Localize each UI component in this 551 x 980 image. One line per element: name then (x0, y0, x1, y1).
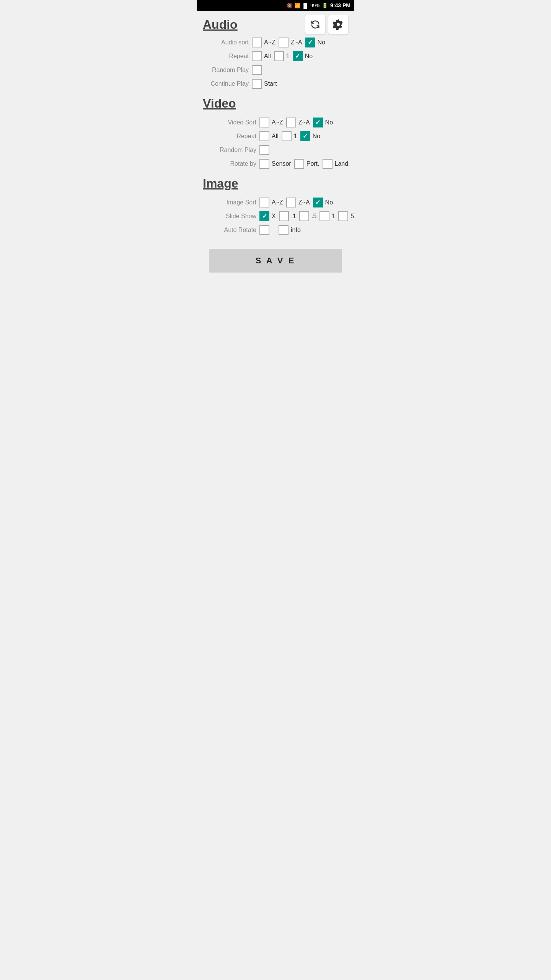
image-slideshow-x-checkbox[interactable] (259, 211, 269, 221)
video-repeat-no-label: No (313, 133, 320, 140)
image-sort-az-checkbox[interactable] (259, 198, 269, 207)
image-sort-label: Image Sort (203, 199, 256, 206)
video-sort-options: A~Z Z~A No (259, 118, 334, 127)
video-rotate-row: Rotate by Sensor Port. Land. (203, 159, 348, 169)
image-slideshow-1-checkbox[interactable] (320, 211, 329, 221)
audio-random-label: Random Play (203, 67, 249, 74)
audio-random-checkbox[interactable] (252, 65, 262, 75)
wifi-icon: 📶 (294, 3, 300, 8)
audio-continue-row: Continue Play Start (203, 79, 348, 89)
audio-repeat-no-checkbox[interactable] (293, 51, 303, 61)
video-sort-az-label: A~Z (272, 119, 283, 126)
image-slideshow-1-label: 1 (332, 213, 335, 220)
video-sort-no-checkbox[interactable] (313, 118, 323, 127)
settings-button[interactable] (328, 15, 348, 34)
audio-continue-options: Start (252, 79, 278, 89)
video-rotate-sensor-checkbox[interactable] (259, 159, 269, 169)
audio-continue-checkbox[interactable] (252, 79, 262, 89)
audio-sort-za-label: Z~A (291, 39, 302, 46)
audio-repeat-1-label: 1 (286, 53, 290, 60)
image-slideshow-p1-checkbox[interactable] (279, 211, 289, 221)
image-sort-no-checkbox[interactable] (313, 198, 323, 207)
video-random-label: Random Play (203, 147, 256, 154)
image-sort-no-label: No (325, 199, 333, 206)
image-sort-options: A~Z Z~A No (259, 198, 334, 207)
video-repeat-row: Repeat All 1 No (203, 131, 348, 141)
image-slideshow-p5-label: .5 (311, 213, 316, 220)
video-repeat-1-checkbox[interactable] (282, 131, 292, 141)
video-repeat-all-label: All (272, 133, 279, 140)
image-sort-za-checkbox[interactable] (286, 198, 296, 207)
image-slideshow-5-checkbox[interactable] (338, 211, 348, 221)
image-autorotate-options: info (259, 225, 302, 235)
video-sort-label: Video Sort (203, 119, 256, 126)
audio-continue-start-label: Start (264, 80, 277, 87)
image-slideshow-row: Slide Show X .1 .5 1 5 (203, 211, 348, 221)
refresh-button[interactable] (305, 15, 325, 34)
image-sort-row: Image Sort A~Z Z~A No (203, 198, 348, 207)
audio-sort-options: A~Z Z~A No (252, 38, 326, 47)
image-slideshow-options: X .1 .5 1 5 (259, 211, 354, 221)
audio-continue-label: Continue Play (203, 80, 249, 87)
gear-icon (333, 19, 344, 30)
video-repeat-no-checkbox[interactable] (300, 131, 310, 141)
image-sort-az-label: A~Z (272, 199, 283, 206)
audio-repeat-1-checkbox[interactable] (274, 51, 284, 61)
video-rotate-land-checkbox[interactable] (323, 159, 333, 169)
mute-icon: 🔇 (287, 3, 293, 8)
audio-title: Audio (203, 18, 238, 32)
image-info-label: info (291, 227, 301, 234)
image-slideshow-p5-checkbox[interactable] (299, 211, 309, 221)
audio-sort-az-checkbox[interactable] (252, 38, 262, 47)
video-repeat-label: Repeat (203, 133, 256, 140)
image-slideshow-5-label: 5 (350, 213, 354, 220)
audio-sort-label: Audio sort (203, 39, 249, 46)
video-random-row: Random Play (203, 145, 348, 155)
video-repeat-1-label: 1 (294, 133, 297, 140)
video-rotate-options: Sensor Port. Land. (259, 159, 351, 169)
battery-text: 99% (310, 3, 320, 8)
video-rotate-label: Rotate by (203, 160, 256, 167)
video-random-checkbox[interactable] (259, 145, 269, 155)
image-info-checkbox[interactable] (279, 225, 289, 235)
image-autorotate-row: Auto Rotate info (203, 225, 348, 235)
image-sort-za-label: Z~A (298, 199, 310, 206)
audio-random-options (252, 65, 262, 75)
save-button-wrap: S A V E (203, 243, 348, 279)
audio-sort-row: Audio sort A~Z Z~A No (203, 38, 348, 47)
main-content: Audio Audio sort A~Z Z~A (197, 11, 354, 279)
image-autorotate-label: Auto Rotate (203, 227, 256, 234)
video-repeat-all-checkbox[interactable] (259, 131, 269, 141)
audio-sort-no-checkbox[interactable] (305, 38, 315, 47)
time-display: 9:43 PM (330, 2, 350, 8)
image-section: Image Image Sort A~Z Z~A No Slide Show X… (203, 176, 348, 235)
video-sort-za-checkbox[interactable] (286, 118, 296, 127)
video-sort-az-checkbox[interactable] (259, 118, 269, 127)
status-icons: 🔇 📶 ▐▌ 99% 🔋 (287, 3, 328, 8)
status-bar: 🔇 📶 ▐▌ 99% 🔋 9:43 PM (197, 0, 354, 11)
image-autorotate-checkbox[interactable] (259, 225, 269, 235)
video-repeat-options: All 1 No (259, 131, 321, 141)
video-title: Video (203, 96, 348, 111)
signal-icon: ▐▌ (302, 3, 309, 8)
video-rotate-port-label: Port. (306, 160, 320, 167)
video-sort-za-label: Z~A (298, 119, 310, 126)
audio-sort-za-checkbox[interactable] (279, 38, 289, 47)
image-title: Image (203, 176, 348, 191)
save-button[interactable]: S A V E (209, 249, 342, 273)
video-rotate-sensor-label: Sensor (272, 160, 291, 167)
audio-repeat-label: Repeat (203, 53, 249, 60)
video-rotate-land-label: Land. (335, 160, 350, 167)
audio-repeat-all-checkbox[interactable] (252, 51, 262, 61)
video-rotate-port-checkbox[interactable] (294, 159, 304, 169)
audio-sort-az-label: A~Z (264, 39, 276, 46)
image-slideshow-label: Slide Show (203, 213, 256, 220)
image-slideshow-p1-label: .1 (291, 213, 296, 220)
audio-repeat-options: All 1 No (252, 51, 313, 61)
audio-repeat-row: Repeat All 1 No (203, 51, 348, 61)
video-random-options (259, 145, 269, 155)
audio-random-row: Random Play (203, 65, 348, 75)
refresh-icon (310, 19, 321, 30)
video-section: Video Video Sort A~Z Z~A No Repeat All 1 (203, 96, 348, 169)
video-sort-row: Video Sort A~Z Z~A No (203, 118, 348, 127)
